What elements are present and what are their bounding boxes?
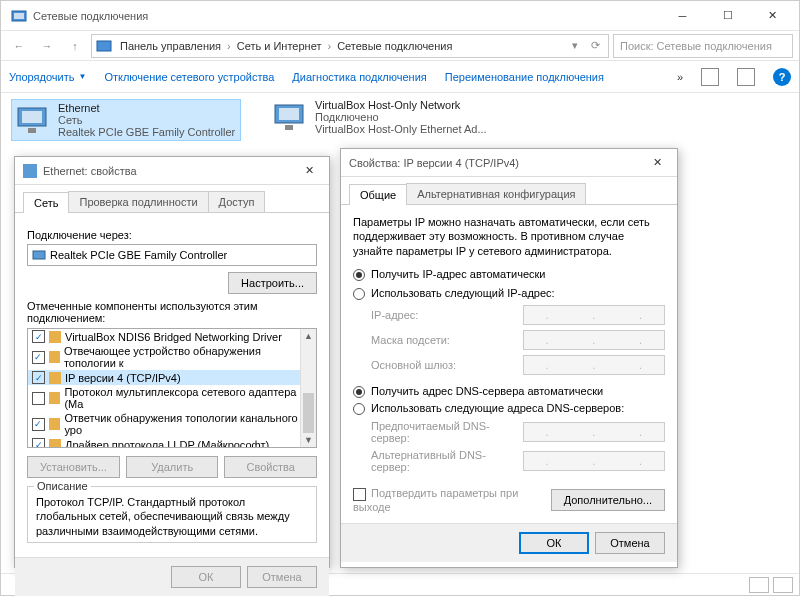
uninstall-button[interactable]: Удалить (126, 456, 219, 478)
install-button[interactable]: Установить... (27, 456, 120, 478)
cancel-button[interactable]: Отмена (595, 532, 665, 554)
tab-auth[interactable]: Проверка подлинности (68, 191, 208, 212)
tb-organize[interactable]: Упорядочить ▼ (9, 71, 86, 83)
connection-virtualbox[interactable]: VirtualBox Host-Only Network Подключено … (271, 99, 501, 141)
tab-general[interactable]: Общие (349, 184, 407, 205)
history-dropdown[interactable]: ▾ (566, 34, 584, 58)
tb-more[interactable]: » (677, 71, 683, 83)
view-details-button[interactable] (749, 577, 769, 593)
scroll-down-icon[interactable]: ▼ (301, 433, 316, 447)
tab-network[interactable]: Сеть (23, 192, 69, 213)
radio-manual-dns[interactable]: Использовать следующие адреса DNS-сервер… (353, 402, 624, 414)
crumb-sep: › (323, 40, 335, 52)
ok-button[interactable]: ОК (171, 566, 241, 588)
search-input[interactable]: Поиск: Сетевые подключения (613, 34, 793, 58)
close-icon[interactable]: ✕ (645, 151, 669, 175)
tab-access[interactable]: Доступ (208, 191, 266, 212)
adapter-field: Realtek PCIe GBE Family Controller (27, 244, 317, 266)
dialog-title: Свойства: IP версии 4 (TCP/IPv4) (349, 157, 645, 169)
list-item[interactable]: ✓Драйвер протокола LLDP (Майкрософт) (28, 437, 316, 448)
svg-rect-15 (49, 418, 61, 430)
svg-rect-7 (279, 108, 299, 120)
minimize-button[interactable]: ─ (660, 2, 705, 30)
view-icon-2[interactable] (737, 68, 755, 86)
help-icon[interactable]: ? (773, 68, 791, 86)
maximize-button[interactable]: ☐ (705, 2, 750, 30)
svg-rect-9 (23, 164, 37, 178)
scrollbar[interactable]: ▲ ▼ (300, 329, 316, 447)
scroll-up-icon[interactable]: ▲ (301, 329, 316, 343)
svg-rect-2 (97, 41, 111, 51)
search-placeholder: Поиск: Сетевые подключения (620, 40, 772, 52)
close-button[interactable]: ✕ (750, 2, 795, 30)
properties-button[interactable]: Свойства (224, 456, 317, 478)
up-button[interactable]: ↑ (63, 34, 87, 58)
mask-input: ... (523, 330, 665, 350)
advanced-button[interactable]: Дополнительно... (551, 489, 665, 511)
svg-rect-16 (49, 439, 61, 449)
dns1-input: ... (523, 422, 665, 442)
adapter-icon (32, 248, 46, 262)
dialog-footer: ОК Отмена (15, 557, 329, 596)
forward-button[interactable]: → (35, 34, 59, 58)
list-item[interactable]: Протокол мультиплексора сетевого адаптер… (28, 385, 316, 411)
ip-label: IP-адрес: (371, 309, 523, 321)
list-item-ipv4[interactable]: ✓IP версии 4 (TCP/IPv4) (28, 370, 316, 385)
tb-diagnose[interactable]: Диагностика подключения (292, 71, 426, 83)
tab-alt[interactable]: Альтернативная конфигурация (406, 183, 586, 204)
connection-list: Ethernet Сеть Realtek PCIe GBE Family Co… (1, 93, 799, 147)
breadcrumb-box[interactable]: Панель управления › Сеть и Интернет › Се… (91, 34, 609, 58)
ipv4-properties-dialog: Свойства: IP версии 4 (TCP/IPv4) ✕ Общие… (340, 148, 678, 568)
dialog-titlebar: Свойства: IP версии 4 (TCP/IPv4) ✕ (341, 149, 677, 177)
svg-rect-13 (49, 372, 61, 384)
mask-label: Маска подсети: (371, 334, 523, 346)
svg-rect-4 (22, 111, 42, 123)
components-label: Отмеченные компоненты используются этим … (27, 300, 317, 324)
crumb-2[interactable]: Сетевые подключения (335, 40, 454, 52)
scroll-thumb[interactable] (303, 393, 314, 433)
back-button[interactable]: ← (7, 34, 31, 58)
dialog-icon (23, 164, 37, 178)
tb-disable[interactable]: Отключение сетевого устройства (104, 71, 274, 83)
refresh-button[interactable]: ⟳ (586, 34, 604, 58)
svg-rect-5 (28, 128, 36, 133)
close-icon[interactable]: ✕ (297, 159, 321, 183)
connection-ethernet[interactable]: Ethernet Сеть Realtek PCIe GBE Family Co… (11, 99, 241, 141)
crumb-sep: › (223, 40, 235, 52)
svg-rect-12 (49, 351, 60, 363)
list-item[interactable]: ✓Отвечающее устройство обнаружения топол… (28, 344, 316, 370)
dns2-label: Альтернативный DNS-сервер: (371, 449, 523, 473)
ok-button[interactable]: ОК (519, 532, 589, 554)
configure-button[interactable]: Настроить... (228, 272, 317, 294)
description-group: Описание Протокол TCP/IP. Стандартный пр… (27, 486, 317, 543)
conn-status: Подключено (315, 111, 487, 123)
svg-rect-8 (285, 125, 293, 130)
toolbar: Упорядочить ▼ Отключение сетевого устрой… (1, 61, 799, 93)
gateway-input: ... (523, 355, 665, 375)
list-item[interactable]: ✓VirtualBox NDIS6 Bridged Networking Dri… (28, 329, 316, 344)
radio-auto-ip[interactable]: Получить IP-адрес автоматически (353, 268, 545, 280)
list-item[interactable]: ✓Ответчик обнаружения топологии канально… (28, 411, 316, 437)
cancel-button[interactable]: Отмена (247, 566, 317, 588)
components-list[interactable]: ✓VirtualBox NDIS6 Bridged Networking Dri… (27, 328, 317, 448)
dialog-title: Ethernet: свойства (43, 165, 297, 177)
conn-device: VirtualBox Host-Only Ethernet Ad... (315, 123, 487, 135)
dialog-body: Параметры IP можно назначать автоматичес… (341, 205, 677, 523)
dns1-label: Предпочитаемый DNS-сервер: (371, 420, 523, 444)
radio-manual-ip[interactable]: Использовать следующий IP-адрес: (353, 287, 555, 299)
tabstrip: Общие Альтернативная конфигурация (341, 177, 677, 205)
confirm-checkbox[interactable]: Подтвердить параметры при выходе (353, 487, 551, 513)
ethernet-icon (14, 102, 50, 138)
view-icon[interactable] (701, 68, 719, 86)
intro-text: Параметры IP можно назначать автоматичес… (353, 215, 665, 258)
conn-device: Realtek PCIe GBE Family Controller (58, 126, 235, 138)
radio-auto-dns[interactable]: Получить адрес DNS-сервера автоматически (353, 385, 603, 397)
tb-rename[interactable]: Переименование подключения (445, 71, 604, 83)
window-icon (11, 8, 27, 24)
ip-input: ... (523, 305, 665, 325)
conn-name: VirtualBox Host-Only Network (315, 99, 487, 111)
crumb-1[interactable]: Сеть и Интернет (235, 40, 324, 52)
conn-name: Ethernet (58, 102, 235, 114)
view-large-button[interactable] (773, 577, 793, 593)
crumb-0[interactable]: Панель управления (118, 40, 223, 52)
